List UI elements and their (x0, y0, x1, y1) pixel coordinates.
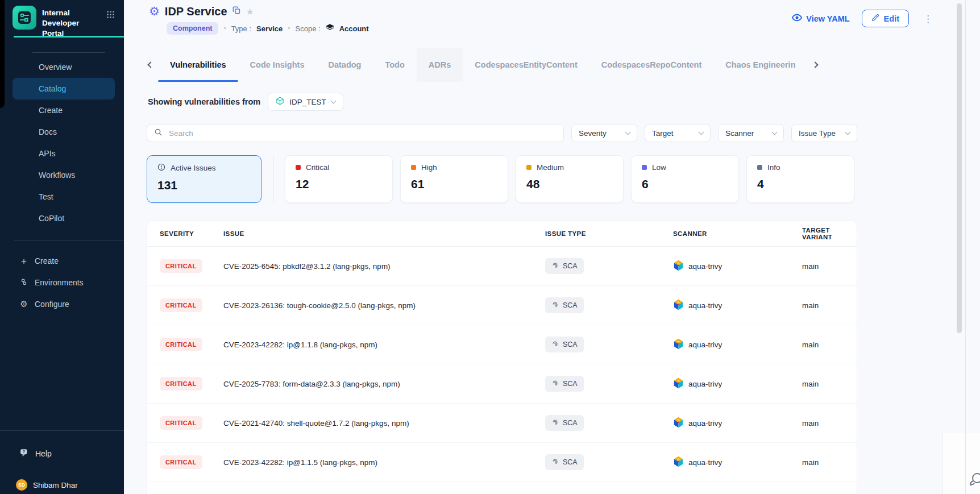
eye-icon (792, 14, 802, 23)
critical-dot (296, 165, 301, 170)
tab-codespaces-entity-content[interactable]: CodespacesEntityContent (463, 48, 589, 82)
fingerprint-icon (551, 261, 559, 271)
table-row[interactable]: CRITICAL CVE-2023-26136: tough-cookie@2.… (147, 286, 857, 325)
feedback-widget-icon[interactable] (966, 470, 980, 492)
nav-divider (32, 52, 105, 53)
scrollbar-thumb[interactable] (957, 3, 962, 333)
copy-icon[interactable] (232, 6, 241, 17)
stats-row: Active Issues 131 Critical 12 High 61 Me… (147, 155, 857, 203)
target-variant: main (802, 380, 857, 388)
stat-label: Low (652, 163, 666, 172)
sidebar-item-catalog[interactable]: Catalog (13, 78, 115, 99)
stat-card-high[interactable]: High 61 (400, 155, 508, 203)
sidebar-item-docs[interactable]: Docs (13, 121, 115, 143)
scanner-cell: aqua-trivy (673, 338, 802, 351)
issue-type-label: SCA (563, 458, 578, 466)
trivy-logo-icon (673, 260, 684, 273)
stat-label: Medium (537, 163, 564, 172)
stat-value: 48 (526, 177, 613, 191)
help-button[interactable]: ? Help (19, 448, 52, 459)
showing-label: Showing vulnerabilities from (148, 97, 260, 106)
plus-icon: + (19, 256, 28, 266)
tab-todo[interactable]: Todo (373, 48, 416, 82)
sidebar-action-configure[interactable]: ⚙ Configure (0, 293, 124, 315)
apps-grid-icon[interactable] (106, 6, 115, 38)
tabs-scroll-left[interactable] (143, 48, 158, 82)
sidebar-nav: Overview Catalog Create Docs APIs Workfl… (13, 56, 115, 229)
sidebar-item-workflows[interactable]: Workflows (13, 164, 115, 186)
sidebar-item-overview[interactable]: Overview (13, 56, 115, 78)
table-row[interactable]: CRITICAL CVE-2023-42282: ip@1.1.8 (lang-… (147, 325, 857, 364)
sidebar-action-create[interactable]: + Create (0, 250, 124, 272)
tab-adrs[interactable]: ADRs (417, 48, 463, 82)
action-label: Configure (35, 300, 69, 309)
search-input[interactable] (168, 128, 557, 138)
overflow-menu-icon[interactable]: ⋮ (921, 13, 935, 24)
sidebar-action-environments[interactable]: Environments (0, 272, 124, 293)
scanner-cell: aqua-trivy (673, 299, 802, 312)
sidebar-item-create[interactable]: Create (13, 99, 115, 121)
table-row[interactable]: CRITICAL CVE-2021-42740: shell-quote@1.7… (147, 404, 857, 443)
scanner-cell: aqua-trivy (673, 260, 802, 273)
showing-row: Showing vulnerabilities from IDP_TEST (148, 93, 343, 111)
corner-notch (0, 0, 5, 108)
issue-type-pill: SCA (545, 258, 584, 274)
chevron-down-icon (772, 130, 778, 135)
tabs-scroll-right[interactable] (808, 48, 823, 82)
search-box (147, 124, 564, 142)
tab-datadog[interactable]: Datadog (316, 48, 373, 82)
severity-badge: CRITICAL (160, 338, 202, 351)
tab-codespaces-repo-content[interactable]: CodespacesRepoContent (589, 48, 713, 82)
stat-card-critical[interactable]: Critical 12 (285, 155, 393, 203)
filter-issue-type[interactable]: Issue Type (791, 124, 857, 142)
sidebar-item-copilot[interactable]: CoPilot (13, 207, 115, 229)
issue-type-pill: SCA (545, 297, 584, 313)
brand-row: Internal Developer Portal (13, 6, 115, 38)
table-row[interactable]: CRITICAL CVE-2023-42282: ip@1.1.5 (lang-… (147, 443, 857, 482)
separator-dot: • (223, 24, 226, 32)
tab-code-insights[interactable]: Code Insights (238, 48, 317, 82)
issue-text: CVE-2025-7783: form-data@2.3.3 (lang-pkg… (223, 380, 545, 388)
filter-target[interactable]: Target (645, 124, 711, 142)
view-yaml-button[interactable]: View YAML (792, 14, 849, 23)
stats-divider (273, 155, 273, 203)
sidebar-item-test[interactable]: Test (13, 186, 115, 207)
filter-severity[interactable]: Severity (571, 124, 637, 142)
entity-gear-icon: ⚙ (149, 6, 160, 18)
stat-label: High (421, 163, 437, 172)
scanner-name: aqua-trivy (688, 341, 722, 349)
trivy-logo-icon (673, 377, 684, 391)
vulnerability-table: SEVERITY ISSUE ISSUE TYPE SCANNER TARGET… (147, 220, 857, 494)
tab-chaos-engineering[interactable]: Chaos Engineerin (713, 48, 807, 82)
stat-card-info[interactable]: Info 4 (746, 155, 854, 203)
trivy-logo-icon (673, 299, 684, 312)
issue-type-label: SCA (563, 262, 578, 270)
chevron-right-icon (812, 61, 818, 68)
stat-card-active-issues[interactable]: Active Issues 131 (147, 155, 261, 203)
chevron-left-icon (147, 61, 153, 68)
user-menu[interactable]: SD Shibam Dhar (16, 479, 78, 491)
sidebar: Internal Developer Portal Overview Catal… (0, 0, 124, 494)
stat-card-medium[interactable]: Medium 48 (516, 155, 624, 203)
bottom-divider (0, 430, 124, 431)
table-row[interactable]: CRITICAL CVE-2025-7783: form-data@2.3.3 … (147, 364, 857, 404)
target-variant: main (802, 262, 857, 271)
sidebar-item-apis[interactable]: APIs (13, 143, 115, 164)
filter-scanner[interactable]: Scanner (718, 124, 784, 142)
issue-text: CVE-2023-26136: tough-cookie@2.5.0 (lang… (223, 301, 545, 310)
star-icon[interactable]: ★ (246, 6, 254, 17)
stat-card-low[interactable]: Low 6 (631, 155, 739, 203)
help-label: Help (35, 449, 52, 458)
tab-vulnerabilities[interactable]: Vulnerabilities (158, 48, 238, 82)
gear-icon: ⚙ (19, 300, 28, 309)
scope-value: Account (339, 24, 369, 33)
trivy-logo-icon (673, 456, 684, 469)
issue-type-label: SCA (563, 380, 578, 388)
fingerprint-icon (551, 458, 559, 467)
header-actions: View YAML Edit ⋮ (792, 10, 935, 27)
table-row[interactable]: CRITICAL CVE-2025-6545: pbkdf2@3.1.2 (la… (147, 247, 857, 286)
edit-button[interactable]: Edit (862, 10, 909, 27)
project-select[interactable]: IDP_TEST (268, 93, 343, 111)
sidebar-actions: + Create Environments ⚙ Configure (0, 250, 124, 315)
chevron-down-icon (845, 130, 851, 135)
